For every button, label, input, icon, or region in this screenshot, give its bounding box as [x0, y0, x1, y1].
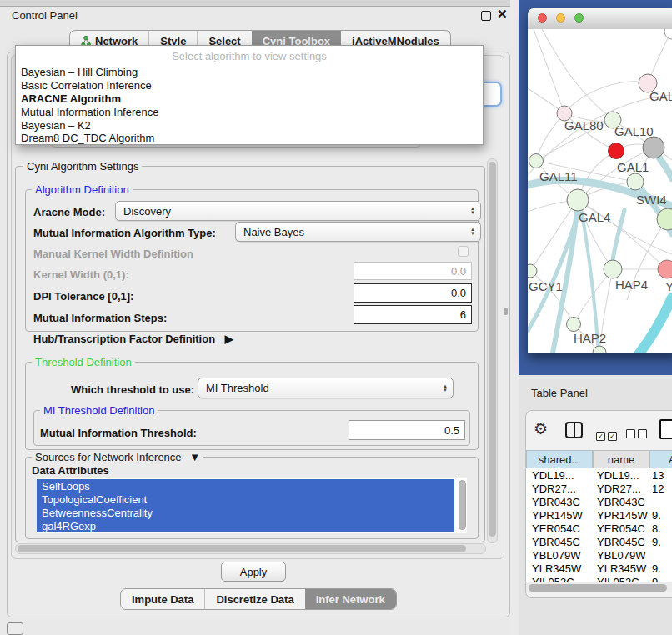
select-all-checkboxes-icon[interactable]: ✓✓ — [596, 427, 619, 442]
hub-definition-toggle[interactable]: Hub/Transcription Factor Definition ▶ — [33, 332, 233, 345]
mi-threshold-field[interactable]: 0.5 — [349, 420, 465, 440]
network-node — [658, 260, 672, 278]
data-attributes-label: Data Attributes — [32, 464, 109, 477]
data-attributes-list: SelfLoops TopologicalCoefficient Between… — [37, 478, 467, 533]
network-node — [627, 173, 644, 190]
table-row[interactable]: YBR043CYBR043C — [526, 495, 672, 508]
tab-infer-network[interactable]: Infer Network — [305, 589, 396, 609]
list-item[interactable]: BetweennessCentrality — [37, 506, 454, 519]
aracne-mode-label: Aracne Mode: — [33, 206, 105, 218]
tab-impute-data[interactable]: Impute Data — [121, 589, 204, 609]
highlighted-edge — [639, 298, 672, 353]
close-icon[interactable]: ✕ — [497, 7, 508, 22]
list-item[interactable]: SelfLoops — [37, 479, 454, 492]
table-horizontal-scrollbar[interactable] — [526, 582, 672, 592]
control-panel-title: Control Panel — [12, 9, 78, 22]
control-panel-top-strip — [0, 0, 519, 7]
table-rows: YDL19...YDL19...13 YDR27...YDR27...12 YB… — [526, 468, 672, 582]
table-row[interactable]: YIL053CYIL053C9 — [526, 575, 672, 582]
manual-kernel-checkbox[interactable] — [458, 246, 469, 257]
combo-arrows-icon: ▲▼ — [470, 207, 475, 215]
table-panel-title: Table Panel — [531, 387, 588, 399]
table-row[interactable]: YLR345WYLR345W9. — [526, 562, 672, 575]
network-node — [567, 189, 589, 211]
node-label: SWI4 — [636, 192, 667, 207]
minimized-panel-icon[interactable] — [7, 622, 23, 635]
horizontal-scroll-thumb[interactable] — [18, 545, 466, 552]
combo-arrows-icon: ▲▼ — [443, 384, 448, 392]
kernel-width-label: Kernel Width (0,1): — [33, 268, 129, 281]
table-row[interactable]: YPR145WYPR145W9. — [526, 508, 672, 522]
list-item[interactable]: TopologicalCoefficient — [37, 492, 454, 506]
split-columns-icon[interactable] — [565, 422, 583, 438]
mi-type-combo[interactable]: Naive Bayes ▲▼ — [235, 222, 481, 242]
network-node — [664, 29, 672, 39]
minimize-traffic-icon[interactable] — [556, 13, 565, 22]
splitter-handle[interactable] — [504, 308, 508, 315]
settings-vertical-scrollbar[interactable] — [487, 158, 498, 543]
collapse-arrow-icon: ▶ — [225, 332, 233, 345]
node-label: GAL — [649, 89, 672, 103]
algorithm-item-selected[interactable]: ARACNE Algorithm — [21, 92, 121, 105]
node-label: GCY1 — [529, 279, 563, 293]
table-row[interactable]: YER054CYER054C8. — [526, 522, 672, 535]
tab-discretize-data[interactable]: Discretize Data — [204, 589, 304, 609]
mi-type-label: Mutual Information Algorithm Type: — [33, 227, 216, 239]
network-node-selected — [609, 143, 624, 159]
dpi-tolerance-field[interactable]: 0.0 — [354, 283, 472, 302]
screen: Control Panel ✕ Network Style Select Cyn… — [0, 0, 672, 635]
network-node — [567, 318, 581, 332]
settings-horizontal-scrollbar[interactable] — [15, 543, 486, 554]
list-scrollbar[interactable] — [459, 480, 466, 530]
column-header-name[interactable]: name — [593, 450, 649, 468]
document-icon[interactable] — [659, 419, 672, 439]
network-node — [643, 137, 664, 158]
expand-arrow-icon: ▼ — [189, 451, 200, 463]
bottom-tabbar: Impute Data Discretize Data Infer Networ… — [120, 588, 397, 610]
threshold-definition-title: Threshold Definition — [32, 356, 135, 368]
manual-kernel-label: Manual Kernel Width Definition — [33, 248, 193, 260]
node-label: HAP2 — [574, 331, 606, 345]
network-canvas[interactable] — [528, 29, 672, 353]
table-row[interactable]: YDL19...YDL19...13 — [526, 468, 672, 482]
algorithm-item[interactable]: Dream8 DC_TDC Algorithm — [21, 132, 154, 144]
algorithm-item[interactable]: Bayesian – K2 — [21, 119, 91, 132]
deselect-all-checkboxes-icon[interactable] — [626, 427, 649, 442]
algorithm-popup-placeholder: Select algorithm to view settings — [16, 50, 483, 62]
column-header-shared[interactable]: shared... — [526, 450, 593, 468]
close-traffic-icon[interactable] — [538, 13, 547, 22]
kernel-width-field[interactable]: 0.0 — [354, 262, 472, 280]
network-node — [528, 264, 537, 278]
aracne-mode-combo[interactable]: Discovery ▲▼ — [115, 201, 481, 221]
node-label: GAL1 — [617, 160, 649, 174]
column-header-partial[interactable]: A — [649, 450, 672, 468]
float-window-icon[interactable] — [481, 11, 491, 21]
combo-arrows-icon: ▲▼ — [470, 228, 475, 236]
table-row[interactable]: YBL079WYBL079W — [526, 548, 672, 562]
node-label: HAP4 — [615, 278, 648, 292]
which-threshold-label: Which threshold to use: — [71, 383, 194, 396]
node-label: GAL4 — [579, 210, 610, 224]
list-item[interactable]: gal4RGexp — [37, 519, 454, 532]
sources-group-title[interactable]: Sources for Network Inference ▼ — [32, 451, 203, 463]
algorithm-definition-title: Algorithm Definition — [32, 183, 133, 196]
panel-splitter[interactable] — [510, 0, 519, 635]
which-threshold-combo[interactable]: MI Threshold ▲▼ — [198, 378, 454, 398]
algorithm-item[interactable]: Mutual Information Inference — [21, 106, 158, 118]
zoom-traffic-icon[interactable] — [574, 13, 584, 22]
mi-steps-field[interactable]: 6 — [354, 305, 472, 324]
network-window-titlebar[interactable] — [528, 8, 672, 30]
algorithm-dropdown-popup: Select algorithm to view settings Bayesi… — [15, 45, 484, 145]
algorithm-item[interactable]: Basic Correlation Inference — [21, 79, 152, 92]
mi-threshold-group-title: MI Threshold Definition — [40, 404, 158, 417]
gear-icon[interactable]: ⚙ — [534, 419, 548, 438]
table-row[interactable]: YDR27...YDR27...12 — [526, 482, 672, 495]
table-hscroll-thumb[interactable] — [529, 584, 667, 592]
algorithm-item[interactable]: Bayesian – Hill Climbing — [21, 66, 138, 78]
node-label: GAL80 — [564, 118, 604, 132]
apply-button[interactable]: Apply — [221, 562, 286, 582]
node-label: Y — [665, 279, 672, 293]
mi-steps-label: Mutual Information Steps: — [33, 312, 167, 324]
vertical-scroll-thumb[interactable] — [489, 162, 496, 537]
table-row[interactable]: YBR045CYBR045C9. — [526, 535, 672, 548]
